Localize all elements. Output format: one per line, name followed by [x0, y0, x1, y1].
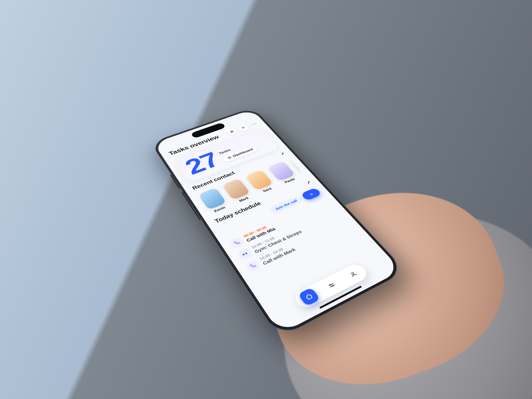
schedule-item-time: 08:00 - 09:00 — [243, 223, 273, 238]
schedule-item-title: Call with Mark — [262, 247, 297, 266]
svg-point-3 — [232, 131, 233, 132]
adjust-icon — [327, 282, 336, 289]
more-button[interactable]: ··· — [250, 121, 258, 127]
schedule-item-texts: 08:00 - 09:00 Call with Mia — [243, 223, 276, 243]
add-button[interactable] — [237, 124, 250, 132]
contact-name: Kevin — [213, 205, 226, 213]
svg-point-5 — [231, 132, 232, 133]
phone-icon — [229, 237, 245, 249]
schedule-open-button[interactable]: ↗ — [304, 180, 312, 186]
nav-profile-button[interactable] — [342, 266, 364, 283]
arrow-up-right-icon: ↗ — [304, 180, 312, 185]
svg-line-7 — [242, 127, 244, 128]
chevrons-right-icon: » — [308, 191, 315, 197]
svg-point-20 — [351, 272, 354, 275]
nav-home-button[interactable] — [298, 287, 321, 306]
schedule-item-title: Call with Mia — [245, 227, 276, 243]
svg-rect-15 — [245, 253, 247, 254]
svg-rect-11 — [242, 254, 244, 255]
tasks-count: 27 — [182, 151, 222, 177]
avatar — [198, 188, 227, 210]
home-icon — [304, 292, 314, 301]
filter-button[interactable] — [225, 127, 239, 136]
svg-rect-12 — [246, 253, 247, 254]
phone-icon — [245, 259, 261, 272]
dumbbell-icon — [237, 248, 253, 260]
schedule-item-title: Gym: Chest & biceps — [253, 229, 303, 254]
schedule-item[interactable]: 10:00 - 11:00 Gym: Chest & biceps — [236, 208, 342, 262]
schedule-item-time: 14:00 - 14:20 — [259, 243, 293, 261]
schedule-list: 08:00 - 09:00 Call with Mia 10:00 - 11:0… — [228, 198, 351, 274]
svg-line-18 — [330, 285, 334, 287]
plus-icon — [240, 126, 246, 129]
sliders-icon — [229, 130, 235, 134]
svg-point-19 — [332, 285, 334, 286]
mockup-scene: Tasks overview — [0, 0, 532, 399]
join-call-row: Join the call » — [268, 187, 322, 215]
svg-point-17 — [329, 284, 331, 286]
nav-settings-button[interactable] — [320, 276, 343, 295]
schedule-item-texts: 10:00 - 11:00 Gym: Chest & biceps — [251, 225, 303, 254]
schedule-item-texts: 14:00 - 14:20 Call with Mark — [259, 243, 297, 266]
more-icon: ··· — [250, 121, 258, 127]
svg-rect-13 — [244, 253, 246, 255]
join-call-button[interactable]: » — [300, 187, 322, 201]
schedule-item-time: 10:00 - 11:00 — [251, 225, 299, 249]
svg-point-1 — [230, 131, 231, 132]
contacts-open-button[interactable]: ↗ — [279, 151, 286, 156]
layout-icon — [227, 156, 232, 159]
schedule-item[interactable]: 14:00 - 14:20 Call with Mark — [244, 218, 351, 274]
schedule-item[interactable]: 08:00 - 09:00 Call with Mia — [228, 198, 333, 250]
svg-rect-14 — [243, 253, 245, 255]
tasks-card-right: Tasks Dashboard — [218, 140, 260, 164]
user-icon — [349, 271, 358, 278]
schedule-title: Today schedule — [214, 201, 262, 224]
svg-line-16 — [329, 284, 333, 285]
svg-line-10 — [229, 157, 231, 158]
arrow-up-right-icon: ↗ — [279, 151, 286, 156]
